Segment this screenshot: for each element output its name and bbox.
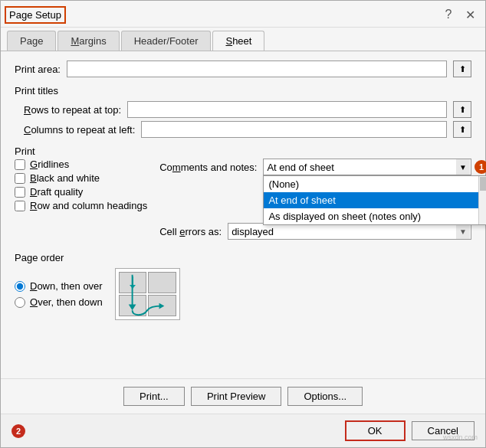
- print-checkboxes-col: Gridlines Black and white Draft quality …: [15, 159, 147, 240]
- dialog-title: Page Setup: [7, 8, 64, 21]
- print-area-row: Print area: ⬆: [15, 60, 471, 77]
- over-then-down-row: Over, then down: [15, 296, 103, 308]
- tab-sheet-label: Sheet: [225, 35, 251, 47]
- black-white-row: Black and white: [15, 172, 147, 184]
- tab-page-label: Page: [20, 35, 43, 47]
- order-diagram-container: [115, 268, 180, 320]
- scrollbar-thumb: [480, 177, 486, 191]
- cols-repeat-input[interactable]: [141, 121, 447, 138]
- page-order-radio-col: Down, then over Over, then down: [15, 280, 103, 308]
- page-order-section: Page order Down, then over Over, then do…: [15, 252, 471, 320]
- print-heading: Print: [15, 146, 471, 157]
- draft-quality-label: Draft quality: [30, 186, 83, 198]
- svg-marker-1: [130, 285, 136, 289]
- title-bar-controls: ? ✕: [439, 5, 479, 24]
- gridlines-label: Gridlines: [30, 159, 69, 170]
- row-col-headings-row: Row and column headings: [15, 200, 147, 211]
- comments-group: Comments and notes: At end of sheet ▼ 1 …: [159, 159, 471, 175]
- print-section: Print Gridlines Black and white Draft qu…: [15, 146, 471, 240]
- rows-repeat-select-button[interactable]: ⬆: [453, 101, 471, 118]
- draft-quality-checkbox[interactable]: [15, 187, 25, 198]
- option-as-displayed[interactable]: As displayed on sheet (notes only): [264, 208, 478, 224]
- cols-repeat-row: Columns to repeat at left: ⬆: [15, 121, 471, 138]
- diagram-cell-1: [119, 272, 147, 293]
- print-columns: Gridlines Black and white Draft quality …: [15, 159, 471, 240]
- print-titles-heading: Print titles: [15, 85, 471, 96]
- tab-header-footer[interactable]: Header/Footer: [121, 31, 212, 51]
- ok-button[interactable]: OK: [345, 420, 406, 441]
- row-col-headings-checkbox[interactable]: [15, 201, 25, 211]
- page-order-heading: Page order: [15, 252, 471, 263]
- print-area-select-button[interactable]: ⬆: [453, 60, 471, 77]
- footer-bar: 2 OK Cancel: [1, 414, 485, 447]
- close-button[interactable]: ✕: [461, 5, 479, 24]
- tab-margins-label: Margins: [71, 35, 106, 47]
- options-button[interactable]: Options...: [287, 387, 363, 406]
- title-bar: Page Setup ? ✕: [1, 1, 485, 28]
- comments-value: At end of sheet: [263, 159, 471, 175]
- title-bar-left: Page Setup: [7, 8, 64, 21]
- draft-quality-row: Draft quality: [15, 186, 147, 198]
- down-then-over-row: Down, then over: [15, 280, 103, 292]
- print-area-input[interactable]: [67, 60, 447, 77]
- option-none[interactable]: (None): [264, 176, 478, 192]
- cell-errors-dropdown-wrapper[interactable]: displayed ▼: [228, 223, 471, 240]
- dialog: Page Setup ? ✕ Page Margins Header/Foote…: [0, 0, 486, 448]
- comments-dropdown-arrow: ▼: [456, 159, 470, 175]
- print-titles-section: Print titles Rows to repeat at top: ⬆ Co…: [15, 85, 471, 138]
- rows-repeat-label: Rows to repeat at top:: [24, 104, 121, 116]
- cell-errors-select[interactable]: displayed: [228, 223, 471, 240]
- diagram-cell-2: [148, 272, 176, 293]
- badge-1: 1: [475, 160, 486, 174]
- help-button[interactable]: ?: [439, 5, 458, 24]
- watermark: wsxdn.com: [443, 433, 478, 441]
- row-col-headings-label: Row and column headings: [30, 200, 147, 211]
- down-then-over-label: Down, then over: [30, 280, 103, 292]
- rows-repeat-row: Rows to repeat at top: ⬆: [15, 101, 471, 118]
- tab-page[interactable]: Page: [7, 31, 56, 51]
- footer-left: 2: [11, 424, 339, 438]
- tab-header-footer-label: Header/Footer: [134, 35, 199, 47]
- comments-dropdown-wrapper: At end of sheet ▼ 1 (None) At end of she…: [263, 159, 471, 175]
- print-preview-button[interactable]: Print Preview: [191, 387, 282, 406]
- diagram-cell-4: [148, 295, 176, 316]
- gridlines-checkbox[interactable]: [15, 159, 25, 170]
- print-area-label: Print area:: [15, 64, 61, 75]
- action-buttons-bar: Print... Print Preview Options...: [1, 378, 485, 414]
- black-white-checkbox[interactable]: [15, 173, 25, 184]
- cols-repeat-select-button[interactable]: ⬆: [453, 121, 471, 138]
- tab-sheet[interactable]: Sheet: [212, 31, 264, 51]
- diagram-cell-3: [119, 295, 147, 316]
- gridlines-row: Gridlines: [15, 159, 147, 170]
- over-then-down-radio[interactable]: [15, 297, 25, 308]
- black-white-label: Black and white: [30, 172, 100, 184]
- cols-repeat-label: Columns to repeat at left:: [24, 124, 135, 136]
- option-at-end[interactable]: At end of sheet: [264, 192, 478, 208]
- print-dropdowns-col: Comments and notes: At end of sheet ▼ 1 …: [159, 159, 471, 240]
- comments-label: Comments and notes:: [159, 162, 257, 173]
- badge-2: 2: [11, 424, 25, 438]
- page-order-content: Down, then over Over, then down: [15, 268, 471, 320]
- print-button[interactable]: Print...: [123, 387, 185, 406]
- rows-repeat-input[interactable]: [127, 101, 447, 118]
- over-then-down-label: Over, then down: [30, 296, 103, 308]
- popup-scrollbar[interactable]: [478, 176, 486, 224]
- cell-errors-group: Cell errors as: displayed ▼: [159, 223, 471, 240]
- down-then-over-radio[interactable]: [15, 281, 25, 292]
- tabs-bar: Page Margins Header/Footer Sheet: [1, 28, 485, 51]
- cell-errors-label: Cell errors as:: [159, 226, 222, 237]
- tab-margins[interactable]: Margins: [57, 31, 119, 51]
- comments-dropdown-popup: (None) At end of sheet As displayed on s…: [263, 175, 486, 225]
- content-area: Print area: ⬆ Print titles Rows to repea…: [1, 51, 485, 378]
